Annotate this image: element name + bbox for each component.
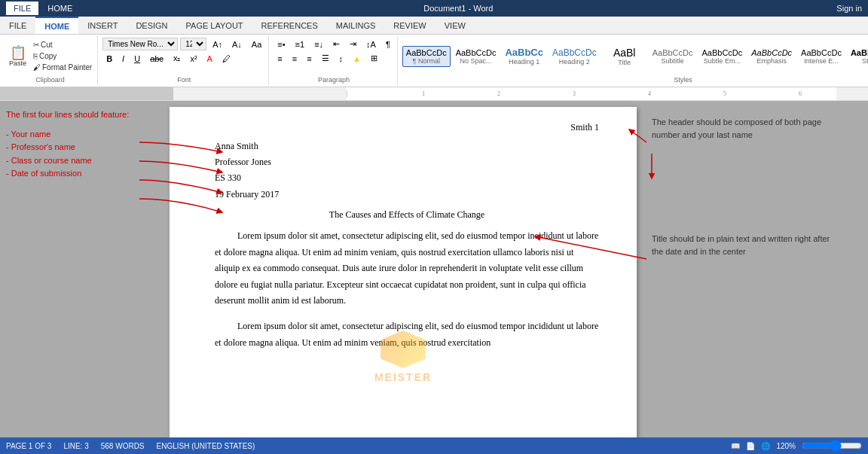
home-tab-title[interactable]: HOME [40,2,80,15]
left-annotation: The first four lines should feature: - Y… [0,101,170,437]
doc-body[interactable]: Anna Smith Professor Jones ES 330 19 Feb… [215,139,599,351]
style-strong[interactable]: AaBbCcDc Strong [847,46,868,67]
file-tab[interactable]: FILE [6,2,38,15]
annotation-item-name: - Your name [6,128,129,142]
copy-icon: ⎘ [33,52,38,60]
line-spacing-button[interactable]: ↕ [335,53,347,65]
justify-button[interactable]: ☰ [318,52,333,65]
author-name-line: Anna Smith [215,139,599,154]
font-group: Times New Ro... 12 A↑ A↓ Aa B I U abc x₂… [99,36,269,85]
show-formatting-button[interactable]: ¶ [382,38,394,50]
multilevel-button[interactable]: ≡↓ [310,38,327,50]
paste-button[interactable]: 📋 Paste [6,44,29,69]
styles-list: AaBbCcDc ¶ Normal AaBbCcDc No Spac... Aa… [402,44,868,69]
styles-gallery: AaBbCcDc ¶ Normal AaBbCcDc No Spac... Aa… [402,38,868,75]
tab-mailings[interactable]: MAILINGS [327,17,385,34]
style-subtle-em[interactable]: AaBbCcDc Subtle Em... [698,46,746,67]
paste-icon: 📋 [10,46,26,59]
style-emphasis[interactable]: AaBbCcDc Emphasis [747,46,796,67]
tab-references[interactable]: REFERENCES [252,17,327,34]
ruler-white: | 1 2 3 4 5 6 [347,87,836,100]
paragraph-label: Paragraph [318,75,350,84]
font-row-2: B I U abc x₂ x² A 🖊 [102,52,234,65]
cut-icon: ✂ [33,41,39,49]
style-no-space[interactable]: AaBbCcDc No Spac... [452,46,500,67]
watermark-text: MEISTER [374,371,432,383]
doc-header: Smith 1 [215,122,599,133]
right-annotation-title: Title should be in plain text and writte… [652,233,833,257]
sign-in-button[interactable]: Sign in [836,4,862,13]
professor-line: Professor Jones [215,155,599,169]
annotation-item-date: - Date of submission [6,167,129,181]
font-label: Font [177,75,191,84]
highlight-button[interactable]: 🖊 [219,53,234,65]
page-count: PAGE 1 OF 3 [6,442,51,450]
strikethrough-button[interactable]: abc [146,53,167,65]
date-line: 19 February 2017 [215,187,599,202]
document-page[interactable]: Smith 1 Anna Smith Professor Jones ES 33… [170,107,637,437]
main-area: The first four lines should feature: - Y… [0,101,868,437]
style-normal[interactable]: AaBbCcDc ¶ Normal [402,46,451,67]
style-heading2[interactable]: AaBbCcDc Heading 2 [549,45,601,68]
course-line: ES 330 [215,171,599,185]
clipboard-label: Clipboard [35,75,65,84]
numbering-button[interactable]: ≡1 [292,38,309,50]
decrease-indent-button[interactable]: ⇤ [329,38,344,50]
word-count: 568 WORDS [101,442,145,450]
align-left-button[interactable]: ≡ [274,53,286,65]
font-family-select[interactable]: Times New Ro... [102,38,178,50]
shading-button[interactable]: ▲ [349,53,365,65]
copy-button[interactable]: ⎘ Copy [31,51,94,61]
view-read-button[interactable]: 📖 [731,442,740,450]
view-print-button[interactable]: 📄 [746,442,755,450]
status-bar: PAGE 1 OF 3 LINE: 3 568 WORDS ENGLISH (U… [0,437,868,454]
tab-page-layout[interactable]: PAGE LAYOUT [177,17,252,34]
ribbon: 📋 Paste ✂ Cut ⎘ Copy 🖌 Format Painter Cl… [0,35,868,87]
view-web-button[interactable]: 🌐 [761,442,770,450]
annotation-title: The first four lines should feature: [6,108,129,122]
line-count: LINE: 3 [63,442,88,450]
borders-button[interactable]: ⊞ [367,52,381,65]
tab-insert[interactable]: INSERT [78,17,127,34]
align-right-button[interactable]: ≡ [303,53,315,65]
format-painter-button[interactable]: 🖌 Format Painter [31,62,94,72]
grow-font-button[interactable]: A↑ [209,38,226,50]
status-right: 📖 📄 🌐 120% [731,440,862,452]
bullets-button[interactable]: ≡• [274,38,289,50]
document-title: Document1 - Word [80,4,836,13]
clipboard-group: 📋 Paste ✂ Cut ⎘ Copy 🖌 Format Painter Cl… [3,36,98,85]
clear-format-button[interactable]: Aa [248,38,265,50]
tab-file[interactable]: FILE [0,17,35,34]
zoom-slider[interactable] [802,440,862,452]
bold-button[interactable]: B [102,53,116,65]
style-subtitle[interactable]: AaBbCcDc Subtitle [649,46,697,67]
annotation-item-prof: - Professor's name [6,141,129,154]
cut-button[interactable]: ✂ Cut [31,40,94,50]
italic-button[interactable]: I [118,53,128,65]
doc-title: The Causes and Effects of Climate Change [215,208,599,222]
tab-review[interactable]: REVIEW [384,17,435,34]
ribbon-tabs: FILE HOME INSERT DESIGN PAGE LAYOUT REFE… [0,17,868,35]
page-header-text: Smith 1 [570,122,599,133]
underline-button[interactable]: U [130,53,144,65]
clipboard-buttons: 📋 Paste ✂ Cut ⎘ Copy 🖌 Format Painter [6,38,94,75]
font-color-button[interactable]: A [203,53,216,65]
tab-design[interactable]: DESIGN [127,17,176,34]
paragraph-group: ≡• ≡1 ≡↓ ⇤ ⇥ ↕A ¶ ≡ ≡ ≡ ☰ ↕ ▲ ⊞ Paragrap… [270,36,398,85]
font-size-select[interactable]: 12 [180,38,206,50]
shrink-font-button[interactable]: A↓ [228,38,246,50]
style-title[interactable]: AaBl Title [602,44,647,69]
style-intense-em[interactable]: AaBbCcDc Intense E... [797,46,845,67]
align-center-button[interactable]: ≡ [289,53,301,65]
tab-view[interactable]: VIEW [436,17,475,34]
format-painter-icon: 🖌 [33,63,41,72]
font-row-1: Times New Ro... 12 A↑ A↓ Aa [102,38,265,50]
ruler: | 1 2 3 4 5 6 [0,87,868,101]
subscript-button[interactable]: x₂ [170,52,185,65]
watermark-icon [381,331,426,368]
superscript-button[interactable]: x² [186,53,200,65]
tab-home[interactable]: HOME [35,17,78,34]
increase-indent-button[interactable]: ⇥ [346,38,360,50]
style-heading1[interactable]: AaBbCc Heading 1 [501,44,547,68]
sort-button[interactable]: ↕A [362,38,380,50]
